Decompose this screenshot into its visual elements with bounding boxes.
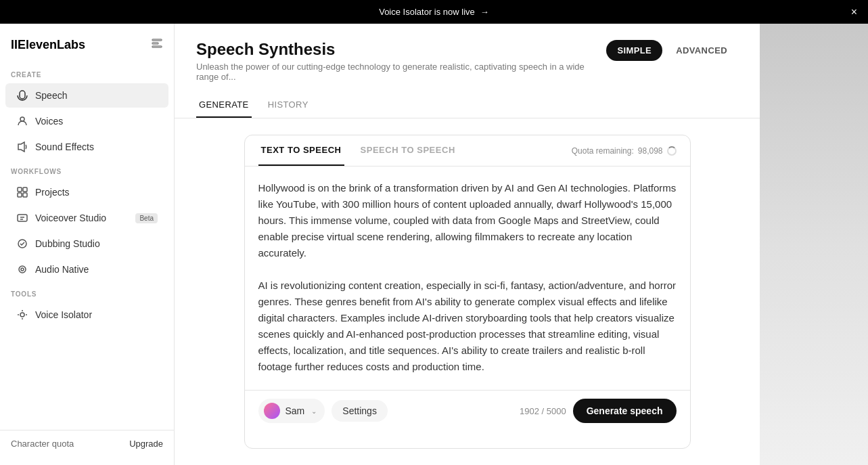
sound-effects-icon <box>16 141 28 153</box>
voiceover-studio-icon <box>16 212 28 224</box>
svg-rect-0 <box>152 39 162 41</box>
banner-arrow: → <box>480 7 489 17</box>
card-tab-text-to-speech[interactable]: TEXT TO SPEECH <box>258 135 344 166</box>
sidebar: IIElevenLabs CREATE Speech <box>0 24 175 465</box>
section-label-workflows: WORKFLOWS <box>0 160 174 179</box>
quota-value: 98,098 <box>638 146 663 156</box>
card-footer: Sam ⌄ Settings 1902 / 5000 Generate spee… <box>245 390 690 431</box>
banner-text: Voice Isolator is now live <box>379 7 475 17</box>
speech-icon <box>16 89 28 102</box>
projects-icon <box>16 186 28 198</box>
logo-text: IIElevenLabs <box>11 38 85 52</box>
svg-point-15 <box>21 268 24 271</box>
quota-info: Quota remaining: 98,098 <box>572 146 677 156</box>
view-toggle: SIMPLE ADVANCED <box>606 40 738 61</box>
sidebar-item-voices-label: Voices <box>35 116 63 127</box>
sidebar-item-projects-label: Projects <box>35 187 70 198</box>
sidebar-item-projects[interactable]: Projects <box>5 180 168 204</box>
sidebar-logo-area: IIElevenLabs <box>0 32 174 63</box>
card-tabs: TEXT TO SPEECH SPEECH TO SPEECH Quota re… <box>245 135 690 167</box>
sidebar-item-dubbing-studio[interactable]: Dubbing Studio <box>5 231 168 256</box>
sidebar-footer: Character quota Upgrade <box>0 430 174 457</box>
sidebar-item-speech-label: Speech <box>35 90 67 101</box>
character-quota-label: Character quota <box>11 439 74 449</box>
voiceover-studio-badge: Beta <box>135 213 158 223</box>
svg-rect-1 <box>152 43 158 44</box>
banner-close-button[interactable]: × <box>851 6 857 18</box>
quota-spinner-icon <box>667 146 677 156</box>
svg-rect-2 <box>152 46 162 47</box>
card-tab-speech-to-speech[interactable]: SPEECH TO SPEECH <box>358 135 458 166</box>
character-count: 1902 / 5000 <box>520 406 566 416</box>
section-label-create: CREATE <box>0 63 174 83</box>
right-decoration-panel <box>760 24 868 465</box>
voices-icon <box>16 115 28 127</box>
page-title: Speech Synthesis <box>196 40 606 59</box>
svg-rect-10 <box>18 215 27 221</box>
audio-native-icon <box>16 263 28 275</box>
tab-history[interactable]: HISTORY <box>265 93 311 118</box>
top-banner: Voice Isolator is now live → × <box>0 0 868 24</box>
page-description: Unleash the power of our cutting-edge te… <box>196 62 606 82</box>
advanced-view-button[interactable]: ADVANCED <box>665 40 738 61</box>
speech-card: TEXT TO SPEECH SPEECH TO SPEECH Quota re… <box>244 135 691 449</box>
sidebar-item-voice-isolator-label: Voice Isolator <box>35 309 92 320</box>
header-text: Speech Synthesis Unleash the power of ou… <box>196 40 606 82</box>
simple-view-button[interactable]: SIMPLE <box>606 40 662 61</box>
voice-avatar <box>264 403 280 419</box>
svg-marker-5 <box>18 142 24 152</box>
sidebar-item-voiceover-studio-label: Voiceover Studio <box>35 213 106 223</box>
svg-point-4 <box>20 117 24 121</box>
svg-rect-6 <box>18 187 22 192</box>
voice-selector-button[interactable]: Sam ⌄ <box>258 399 325 423</box>
sidebar-item-voiceover-studio[interactable]: Voiceover Studio Beta <box>5 206 168 230</box>
voice-name-label: Sam <box>285 405 305 416</box>
sidebar-item-voices[interactable]: Voices <box>5 109 168 133</box>
sidebar-item-sound-effects[interactable]: Sound Effects <box>5 135 168 159</box>
generate-speech-button[interactable]: Generate speech <box>573 399 677 423</box>
settings-button[interactable]: Settings <box>332 400 388 422</box>
page-header: Speech Synthesis Unleash the power of ou… <box>175 24 760 82</box>
voice-isolator-icon <box>16 309 28 321</box>
svg-point-14 <box>19 266 26 273</box>
sidebar-item-dubbing-studio-label: Dubbing Studio <box>35 238 100 249</box>
sidebar-item-speech[interactable]: Speech <box>5 83 168 108</box>
dubbing-studio-icon <box>16 238 28 250</box>
sidebar-item-sound-effects-label: Sound Effects <box>35 141 94 152</box>
section-label-tools: TOOLS <box>0 282 174 302</box>
sidebar-item-audio-native-label: Audio Native <box>35 264 89 275</box>
speech-area: TEXT TO SPEECH SPEECH TO SPEECH Quota re… <box>175 118 760 465</box>
tab-generate[interactable]: GENERATE <box>196 93 252 118</box>
svg-point-16 <box>20 313 24 317</box>
svg-rect-9 <box>23 193 27 197</box>
svg-rect-7 <box>23 187 27 192</box>
app-container: IIElevenLabs CREATE Speech <box>0 24 868 465</box>
text-input[interactable]: Hollywood is on the brink of a transform… <box>245 167 690 390</box>
sidebar-item-voice-isolator[interactable]: Voice Isolator <box>5 303 168 327</box>
sidebar-item-audio-native[interactable]: Audio Native <box>5 257 168 282</box>
page-tabs: GENERATE HISTORY <box>175 93 760 118</box>
voice-chevron-icon: ⌄ <box>311 407 317 415</box>
sidebar-toggle-icon[interactable] <box>151 37 163 52</box>
main-content: Speech Synthesis Unleash the power of ou… <box>175 24 760 465</box>
svg-rect-8 <box>18 193 22 197</box>
quota-label: Quota remaining: <box>572 146 634 156</box>
upgrade-button[interactable]: Upgrade <box>129 439 163 449</box>
